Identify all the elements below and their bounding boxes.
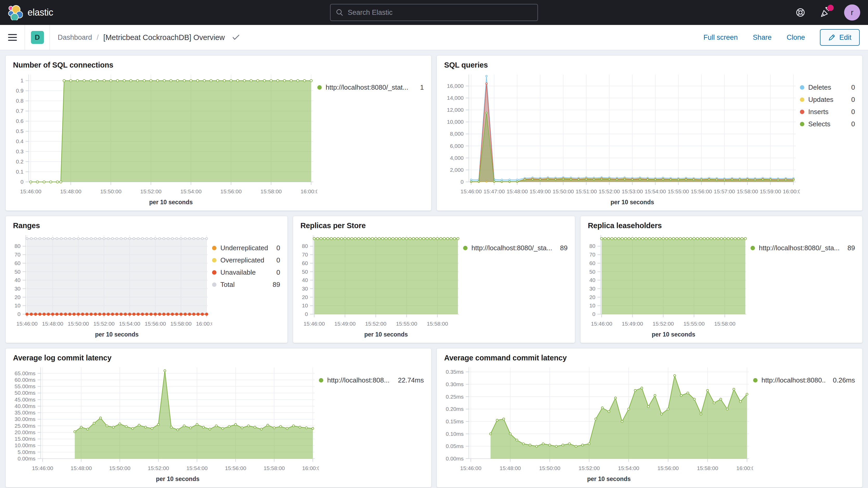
svg-text:0: 0 [461, 179, 464, 185]
panel-title[interactable]: Average command commit latency [444, 354, 855, 362]
svg-text:15:56:00: 15:56:00 [225, 465, 246, 471]
legend-value: 0 [273, 256, 280, 264]
notification-badge [828, 5, 834, 11]
panel-title[interactable]: Number of SQL connections [13, 61, 424, 69]
svg-text:50.00ms: 50.00ms [14, 390, 36, 396]
full-screen-button[interactable]: Full screen [704, 33, 738, 41]
panel-title[interactable]: Replicas per Store [301, 221, 567, 230]
svg-text:15:53:00: 15:53:00 [622, 188, 643, 194]
legend-item[interactable]: Overreplicated 0 [212, 256, 280, 264]
svg-text:50: 50 [14, 269, 21, 275]
svg-text:16,000: 16,000 [447, 83, 464, 89]
legend-value: 1 [417, 84, 424, 91]
svg-text:15:52:00: 15:52:00 [140, 188, 162, 194]
panel-title[interactable]: Replica leaseholders [588, 221, 855, 230]
legend-value: 89 [270, 281, 280, 289]
panel-sql-connections: Number of SQL connections 15:46:0015:48:… [5, 55, 431, 211]
legend-item[interactable]: Deletes 0 [800, 84, 855, 91]
svg-text:15:49:00: 15:49:00 [622, 321, 643, 327]
svg-text:15:55:00: 15:55:00 [396, 321, 417, 327]
legend-value: 89 [557, 244, 567, 252]
chart-canvas-sql-connections[interactable]: 15:46:0015:48:0015:50:0015:52:0015:54:00… [13, 71, 317, 207]
legend-item[interactable]: Updates 0 [800, 96, 855, 104]
svg-text:10.00ms: 10.00ms [14, 442, 36, 448]
legend-swatch [800, 122, 804, 126]
legend-item[interactable]: http://localhost:8080/_stat... 1 [317, 84, 424, 91]
legend-swatch [800, 110, 804, 114]
legend-item[interactable]: Underreplicated 0 [212, 244, 280, 252]
svg-text:15:52:00: 15:52:00 [365, 321, 386, 327]
svg-text:20: 20 [14, 294, 21, 300]
svg-text:16:00:00: 16:00:00 [783, 188, 800, 194]
svg-text:per 10 seconds: per 10 seconds [149, 199, 193, 206]
svg-text:15:58:00: 15:58:00 [714, 321, 736, 327]
legend-item[interactable]: http://localhost:8080/_sta... 89 [463, 244, 567, 252]
legend-swatch [319, 378, 323, 383]
legend-label: http://localhost:8080... [762, 376, 826, 384]
legend-item[interactable]: http://localhost:8080... 0.26ms [753, 376, 855, 384]
clone-button[interactable]: Clone [787, 33, 805, 41]
main-menu-button[interactable] [0, 25, 25, 50]
dashboard-app-badge[interactable]: D [31, 31, 44, 44]
svg-text:0: 0 [21, 179, 24, 185]
svg-text:40: 40 [589, 277, 595, 283]
svg-text:0.7: 0.7 [16, 108, 23, 114]
global-search[interactable] [330, 4, 538, 21]
svg-text:60: 60 [14, 260, 21, 266]
chart-canvas-replica-leaseholders[interactable]: 15:46:0015:49:0015:52:0015:55:0015:58:00… [588, 232, 750, 339]
svg-text:15:52:00: 15:52:00 [93, 321, 115, 327]
svg-text:8,000: 8,000 [450, 131, 464, 137]
user-avatar[interactable]: r [844, 4, 860, 21]
svg-text:15:47:00: 15:47:00 [484, 188, 505, 194]
legend-swatch [212, 270, 216, 275]
svg-text:0: 0 [18, 311, 21, 317]
legend-value: 22.74ms [395, 376, 424, 384]
svg-text:65.00ms: 65.00ms [14, 370, 36, 376]
legend-item[interactable]: http://localhost:8080/_sta... 89 [750, 244, 855, 252]
legend-value: 89 [844, 244, 855, 252]
svg-text:1: 1 [21, 78, 24, 84]
chart-legend: http://localhost:808... 22.74ms [319, 376, 424, 484]
svg-text:15:55:00: 15:55:00 [668, 188, 689, 194]
svg-text:15:51:00: 15:51:00 [576, 188, 597, 194]
svg-text:16:00:00: 16:00:00 [302, 465, 319, 471]
panel-title[interactable]: Ranges [13, 221, 280, 230]
legend-item[interactable]: Total 89 [212, 281, 280, 289]
chart-canvas-log-commit-latency[interactable]: 15:46:0015:48:0015:50:0015:52:0015:54:00… [13, 364, 319, 484]
svg-text:60: 60 [589, 260, 595, 266]
chart-canvas-command-commit-latency[interactable]: 15:46:0015:48:0015:50:0015:52:0015:54:00… [444, 364, 753, 484]
search-input[interactable] [348, 8, 532, 17]
svg-text:15:58:00: 15:58:00 [697, 465, 718, 471]
legend-item[interactable]: Selects 0 [800, 120, 855, 128]
svg-text:20: 20 [589, 294, 595, 300]
svg-text:0.05ms: 0.05ms [446, 443, 464, 449]
legend-item[interactable]: Inserts 0 [800, 108, 855, 116]
svg-text:10,000: 10,000 [447, 119, 464, 125]
svg-text:0.00ms: 0.00ms [18, 456, 36, 461]
svg-text:15:46:00: 15:46:00 [461, 188, 482, 194]
elastic-brand[interactable]: elastic [8, 5, 53, 20]
legend-item[interactable]: Unavailable 0 [212, 268, 280, 276]
share-button[interactable]: Share [753, 33, 772, 41]
svg-text:15:54:00: 15:54:00 [180, 188, 202, 194]
panel-title[interactable]: Average log commit latency [13, 354, 424, 362]
check-icon[interactable] [232, 34, 240, 41]
svg-text:15:57:00: 15:57:00 [714, 188, 735, 194]
chart-canvas-sql-queries[interactable]: 15:46:0015:47:0015:48:0015:49:0015:50:00… [444, 71, 800, 207]
edit-button[interactable]: Edit [820, 29, 860, 46]
pencil-icon [828, 34, 836, 41]
legend-value: 0.26ms [830, 376, 855, 384]
legend-swatch [753, 378, 757, 383]
panel-avg-log-commit-latency: Average log commit latency 15:46:0015:48… [5, 348, 431, 487]
svg-text:5.00ms: 5.00ms [18, 449, 36, 455]
legend-swatch [800, 97, 804, 102]
chart-canvas-replicas-per-store[interactable]: 15:46:0015:49:0015:52:0015:55:0015:58:00… [301, 232, 463, 339]
help-button[interactable] [794, 6, 807, 19]
news-button[interactable] [819, 6, 832, 19]
panel-title[interactable]: SQL queries [444, 61, 855, 69]
svg-text:6,000: 6,000 [450, 143, 464, 149]
legend-item[interactable]: http://localhost:808... 22.74ms [319, 376, 424, 384]
breadcrumb-dashboard-link[interactable]: Dashboard [58, 33, 92, 41]
chart-canvas-ranges[interactable]: 15:46:0015:48:0015:50:0015:52:0015:54:00… [13, 232, 212, 339]
legend-value: 0 [273, 244, 280, 252]
